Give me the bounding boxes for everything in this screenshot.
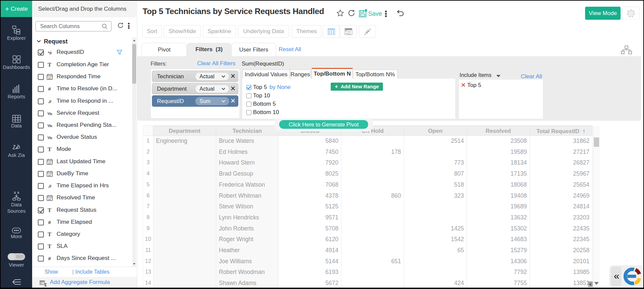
svg-text:17: 17: [48, 77, 51, 80]
svg-text:Σ: Σ: [45, 282, 47, 287]
svg-text:17: 17: [48, 162, 51, 165]
svg-text:17: 17: [48, 174, 51, 177]
svg-text:17: 17: [48, 198, 51, 201]
